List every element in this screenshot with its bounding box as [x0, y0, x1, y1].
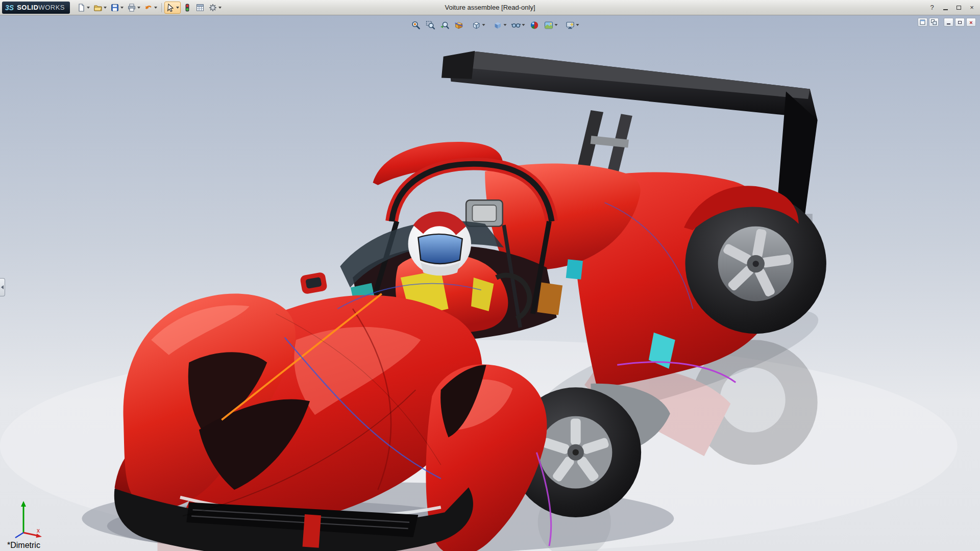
feature-manager-collapse-tab[interactable]: [0, 278, 5, 296]
chevron-down-icon: [576, 24, 579, 26]
x-axis-label: x: [37, 527, 40, 534]
zoom-to-fit-button[interactable]: [409, 18, 423, 32]
print-button[interactable]: [126, 2, 142, 14]
3ds-logo-icon: 3S: [5, 4, 14, 12]
traffic-light-icon: [183, 3, 192, 12]
magnifier-arrow-icon: [439, 20, 449, 30]
display-style-button[interactable]: [491, 18, 508, 32]
chevron-down-icon: [154, 7, 157, 9]
tile-windows-button[interactable]: [929, 18, 939, 27]
shaded-cube-icon: [493, 20, 502, 30]
minimize-button[interactable]: [939, 3, 951, 13]
chevron-down-icon: [176, 7, 179, 9]
chevron-down-icon: [522, 24, 525, 26]
edit-appearance-button[interactable]: [527, 18, 541, 32]
chevron-down-icon: [120, 7, 124, 9]
orientation-triad: x: [8, 497, 46, 540]
restore-box-icon: [958, 21, 962, 24]
floppy-icon: [110, 3, 119, 12]
standard-toolbar: [75, 2, 223, 14]
titlebar: 3S SOLIDWORKS: [0, 0, 980, 15]
help-button[interactable]: ?: [926, 3, 938, 13]
minimize-icon: [943, 9, 948, 10]
magnifier-icon: [411, 20, 421, 30]
orange-curved-arrow-icon: [144, 3, 153, 12]
graphics-viewport[interactable]: × x *Dimetric: [0, 15, 980, 551]
undo-button[interactable]: [142, 2, 159, 14]
apply-scene-button[interactable]: [542, 18, 559, 32]
open-document-button[interactable]: [92, 2, 108, 14]
window-page-icon: [920, 19, 925, 25]
glasses-icon: [511, 20, 521, 30]
chevron-down-icon: [554, 24, 557, 26]
solidworks-window: 3S SOLIDWORKS: [0, 0, 980, 551]
cursor-arrow-icon: [166, 3, 175, 12]
red-x-icon: ×: [969, 19, 972, 26]
page-icon: [77, 3, 86, 12]
options-button[interactable]: [207, 2, 223, 14]
tiled-windows-icon: [931, 19, 937, 25]
gear-icon: [208, 3, 217, 12]
solidworks-logo: 3S SOLIDWORKS: [2, 2, 70, 14]
heads-up-toolbar: [409, 18, 581, 32]
previous-view-button[interactable]: [437, 18, 451, 32]
chevron-down-icon: [104, 7, 107, 9]
new-window-button[interactable]: [918, 18, 927, 27]
document-window-controls: ×: [918, 18, 976, 27]
rebuild-button[interactable]: [181, 2, 193, 14]
scene-landscape-icon: [544, 20, 553, 30]
chevron-down-icon: [137, 7, 140, 9]
chevron-down-icon: [218, 7, 222, 9]
new-document-button[interactable]: [75, 2, 91, 14]
printer-icon: [127, 3, 136, 12]
doc-restore-button[interactable]: [955, 18, 965, 27]
sheet-grid-icon: [195, 3, 205, 12]
view-orientation-button[interactable]: [469, 18, 487, 32]
brand-name: SOLIDWORKS: [17, 4, 65, 11]
chevron-down-icon: [482, 24, 485, 26]
select-button[interactable]: [164, 2, 181, 14]
close-icon: ×: [970, 4, 974, 11]
save-button[interactable]: [109, 2, 125, 14]
view-orientation-label: *Dimetric: [7, 541, 40, 550]
close-button[interactable]: ×: [966, 3, 978, 13]
magnifier-rect-icon: [425, 20, 435, 30]
car-model[interactable]: [0, 15, 980, 551]
doc-minimize-button[interactable]: [944, 18, 953, 27]
left-arrow-tab-icon: [1, 285, 4, 289]
restore-button[interactable]: [952, 3, 965, 13]
help-icon: ?: [930, 4, 934, 11]
file-properties-button[interactable]: [194, 2, 206, 14]
cut-cube-icon: [454, 20, 463, 30]
window-controls: ? ×: [926, 3, 978, 13]
view-settings-button[interactable]: [563, 18, 581, 32]
minimize-bar-icon: [947, 23, 950, 24]
hide-show-items-button[interactable]: [509, 18, 527, 32]
wire-cube-icon: [471, 20, 481, 30]
section-view-button[interactable]: [452, 18, 465, 32]
toolbar-separator: [161, 3, 162, 12]
monitor-sparkle-icon: [565, 20, 575, 30]
doc-close-button[interactable]: ×: [966, 18, 976, 27]
color-ball-icon: [529, 20, 539, 30]
folder-icon: [93, 3, 103, 12]
chevron-down-icon: [503, 24, 506, 26]
zoom-to-area-button[interactable]: [423, 18, 437, 32]
chevron-down-icon: [87, 7, 90, 9]
restore-icon: [957, 6, 961, 10]
